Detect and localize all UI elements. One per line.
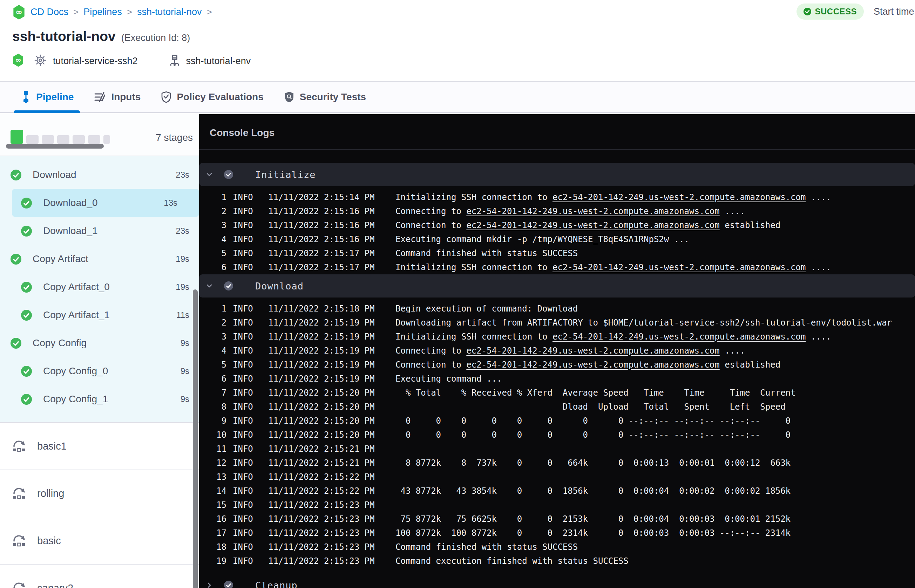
execution-label: basic: [37, 535, 61, 547]
step-success-icon: [224, 170, 233, 179]
execution-row-rolling[interactable]: rolling: [0, 470, 199, 517]
host-link[interactable]: ec2-54-201-142-249.us-west-2.compute.ama…: [553, 262, 806, 272]
execution-row-basic1[interactable]: basic1: [0, 423, 199, 470]
log-line: 17INFO11/11/2022 2:15:23 PM100 8772k 100…: [199, 526, 915, 540]
success-check-icon: [21, 310, 32, 321]
log-line: 12INFO11/11/2022 2:15:21 PM 8 8772k 8 73…: [199, 456, 915, 470]
log-message: Connecting to ec2-54-201-142-249.us-west…: [396, 204, 745, 218]
log-line-number: 2: [199, 316, 226, 330]
log-line: 19INFO11/11/2022 2:15:23 PMCommand execu…: [199, 554, 915, 568]
stage-row-download[interactable]: Download23s: [0, 161, 199, 189]
log-timestamp: 11/11/2022 2:15:16 PM: [268, 204, 375, 218]
log-level: INFO: [233, 232, 253, 246]
log-message: Begin execution of command: Download: [396, 302, 578, 316]
stage-row-copy-artifact_1[interactable]: Copy Artifact_111s: [0, 301, 199, 329]
log-timestamp: 11/11/2022 2:15:23 PM: [268, 512, 375, 526]
log-timestamp: 11/11/2022 2:15:14 PM: [268, 190, 375, 204]
success-check-icon: [21, 226, 32, 236]
log-section-name: Cleanup: [255, 580, 297, 588]
log-section-header-initialize[interactable]: Initialize: [199, 163, 915, 186]
stage-label: Copy Artifact_0: [43, 281, 110, 292]
host-link[interactable]: ec2-54-201-142-249.us-west-2.compute.ama…: [553, 332, 806, 342]
host-link[interactable]: ec2-54-201-142-249.us-west-2.compute.ama…: [466, 220, 719, 230]
host-link[interactable]: ec2-54-201-142-249.us-west-2.compute.ama…: [466, 346, 719, 356]
service-name[interactable]: tutorial-service-ssh2: [53, 56, 138, 66]
tab-inputs[interactable]: Inputs: [94, 82, 141, 112]
log-timestamp: 11/11/2022 2:15:19 PM: [268, 358, 375, 372]
stage-square-pending: [103, 135, 110, 144]
log-level: INFO: [233, 260, 253, 275]
vertical-scrollbar[interactable]: [193, 289, 198, 588]
log-timestamp: 11/11/2022 2:15:19 PM: [268, 344, 375, 358]
console-panel: Console Logs Initialize1INFO11/11/2022 2…: [199, 114, 915, 588]
rolling-deploy-icon: [11, 533, 27, 548]
log-level: INFO: [233, 442, 253, 456]
step-success-icon: [224, 580, 233, 588]
breadcrumb: ∞CD Docs>Pipelines>ssh-tutorial-nov>: [12, 5, 212, 19]
log-timestamp: 11/11/2022 2:15:17 PM: [268, 260, 375, 275]
stage-progress-summary: 7 stages: [0, 114, 199, 156]
log-level: INFO: [233, 386, 253, 400]
stage-row-copy-config[interactable]: Copy Config9s: [0, 329, 199, 357]
security-shield-icon: [284, 91, 294, 103]
chevron-right-icon[interactable]: [205, 582, 213, 588]
success-check-icon: [21, 198, 32, 208]
log-section-header-download[interactable]: Download: [199, 275, 915, 297]
stage-duration: 23s: [176, 170, 199, 180]
log-line-number: 5: [199, 358, 226, 372]
log-level: INFO: [233, 190, 253, 204]
log-timestamp: 11/11/2022 2:15:17 PM: [268, 246, 375, 260]
stage-square-pending: [88, 135, 100, 144]
chevron-down-icon[interactable]: [205, 282, 213, 290]
log-message: Downloading artifact from ARTIFACTORY to…: [396, 316, 892, 330]
log-level: INFO: [233, 498, 253, 512]
stage-row-copy-artifact[interactable]: Copy Artifact19s: [0, 245, 199, 273]
host-link[interactable]: ec2-54-201-142-249.us-west-2.compute.ama…: [466, 360, 719, 370]
breadcrumb-link[interactable]: Pipelines: [83, 6, 122, 18]
log-line: 16INFO11/11/2022 2:15:23 PM 75 8772k 75 …: [199, 512, 915, 526]
log-line: 6INFO11/11/2022 2:15:17 PMInitializing S…: [199, 260, 915, 275]
tab-label: Inputs: [111, 92, 141, 103]
horizontal-scrollbar[interactable]: [6, 144, 104, 149]
svg-text:∞: ∞: [15, 56, 21, 65]
tab-policy-evaluations[interactable]: Policy Evaluations: [161, 82, 263, 112]
environment-icon: [169, 54, 180, 68]
log-section-header-cleanup[interactable]: Cleanup: [199, 573, 915, 588]
log-timestamp: 11/11/2022 2:15:16 PM: [268, 218, 375, 232]
log-line: 14INFO11/11/2022 2:15:22 PM 43 8772k 43 …: [199, 484, 915, 498]
log-line-number: 10: [199, 428, 226, 442]
log-line: 4INFO11/11/2022 2:15:19 PMConnecting to …: [199, 344, 915, 358]
log-line: 3INFO11/11/2022 2:15:16 PMConnection to …: [199, 218, 915, 232]
execution-row-basic[interactable]: basic: [0, 517, 199, 565]
execution-row-canary2[interactable]: canary2: [0, 565, 199, 588]
log-line-number: 2: [199, 204, 226, 218]
log-level: INFO: [233, 526, 253, 540]
log-message: 75 8772k 75 6625k 0 0 2153k 0 0:00:04 0:…: [396, 512, 791, 526]
tab-security-tests[interactable]: Security Tests: [284, 82, 366, 112]
log-line-number: 18: [199, 540, 226, 554]
stage-row-download_1[interactable]: Download_123s: [0, 217, 199, 245]
stage-row-download_0[interactable]: Download_013s: [12, 189, 199, 217]
log-line-number: 9: [199, 414, 226, 428]
stage-row-copy-config_0[interactable]: Copy Config_09s: [0, 357, 199, 385]
log-level: INFO: [233, 246, 253, 260]
chevron-down-icon[interactable]: [205, 171, 213, 178]
log-timestamp: 11/11/2022 2:15:19 PM: [268, 316, 375, 330]
stage-row-copy-artifact_0[interactable]: Copy Artifact_019s: [0, 273, 199, 301]
host-link[interactable]: ec2-54-201-142-249.us-west-2.compute.ama…: [466, 207, 719, 216]
log-message: 100 8772k 100 8772k 0 0 2314k 0 0:00:03 …: [396, 526, 791, 540]
tab-pipeline[interactable]: Pipeline: [21, 82, 74, 112]
log-line-number: 12: [199, 456, 226, 470]
stage-label: Download_0: [43, 197, 98, 208]
execution-history-list: basic1rollingbasiccanary2: [0, 422, 199, 588]
environment-name[interactable]: ssh-tutorial-env: [186, 56, 251, 66]
stage-square-pending: [42, 135, 54, 144]
page-header: ∞CD Docs>Pipelines>ssh-tutorial-nov> ssh…: [0, 0, 915, 82]
breadcrumb-separator: >: [127, 6, 132, 18]
breadcrumb-link[interactable]: ssh-tutorial-nov: [137, 6, 202, 18]
stage-row-copy-config_1[interactable]: Copy Config_19s: [0, 385, 199, 413]
host-link[interactable]: ec2-54-201-142-249.us-west-2.compute.ama…: [553, 192, 806, 202]
log-message: Command finished with status SUCCESS: [396, 246, 578, 260]
breadcrumb-link[interactable]: CD Docs: [31, 6, 68, 18]
log-level: INFO: [233, 330, 253, 344]
